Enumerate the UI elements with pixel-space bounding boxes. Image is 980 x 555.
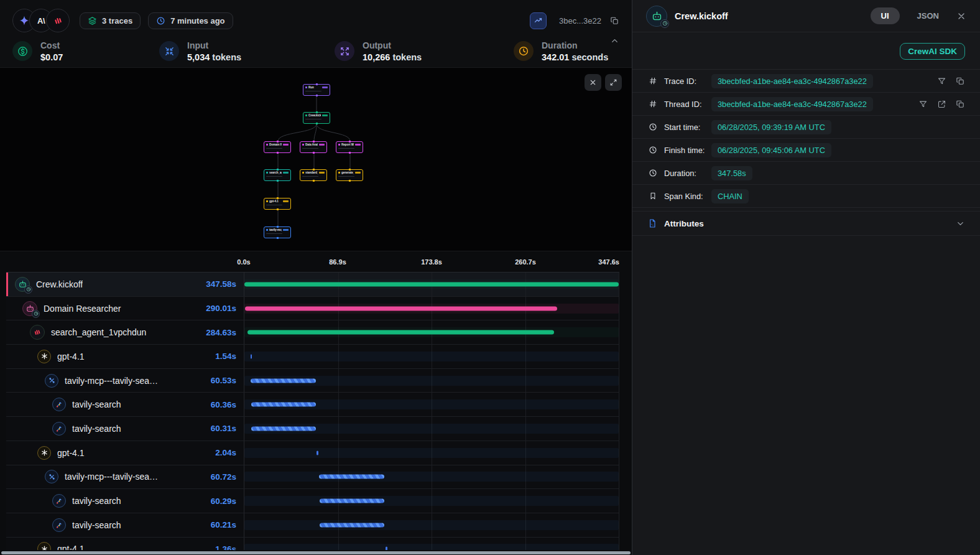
- route-icon: [52, 494, 66, 508]
- copy-icon[interactable]: [956, 77, 965, 86]
- span-row-tavily-search[interactable]: tavily-search60.36s: [6, 393, 619, 417]
- crewai-logo: [46, 9, 70, 32]
- route-icon: [52, 422, 66, 436]
- detail-panel-header: Crew.kickoff UI JSON: [632, 0, 980, 32]
- span-row-search-agent[interactable]: search_agent_1vpchdun284.63s: [6, 320, 619, 345]
- filter-icon[interactable]: [918, 100, 928, 109]
- span-row-gpt41[interactable]: gpt-4.11.36s: [6, 538, 619, 550]
- hash-icon: [647, 77, 658, 85]
- span-duration: 1.36s: [209, 544, 236, 550]
- detail-row-trace-id: Trace ID: 3becbfed-a1be-ae84-ea3c-494286…: [632, 70, 980, 93]
- span-row-gpt41[interactable]: gpt-4.12.04s: [6, 441, 619, 465]
- span-duration: 1.54s: [209, 352, 236, 361]
- last-updated-badge[interactable]: 7 minutes ago: [148, 12, 233, 29]
- tab-ui[interactable]: UI: [871, 7, 900, 24]
- horizontal-scrollbar[interactable]: [0, 550, 632, 555]
- clock-badge-icon: [660, 19, 669, 28]
- clock-icon: [514, 41, 534, 61]
- attributes-section-toggle[interactable]: Attributes: [632, 211, 980, 236]
- detail-row-duration: Duration: 347.58s: [632, 162, 980, 185]
- trace-chart-button[interactable]: [530, 12, 547, 29]
- close-panel-icon[interactable]: [956, 11, 966, 21]
- span-row-tavily-search[interactable]: tavily-search60.29s: [6, 489, 619, 513]
- traces-count-badge[interactable]: 3 traces: [80, 12, 141, 29]
- span-row-tavily-mcp[interactable]: tavily-mcp---tavily-sea…60.72s: [6, 465, 619, 490]
- span-bar: [244, 282, 619, 286]
- span-duration: 290.01s: [200, 304, 236, 313]
- graph-node-search-agent[interactable]: search_agen...: [264, 169, 291, 181]
- axis-tick: 0.0s: [237, 258, 250, 266]
- span-detail-panel: Crew.kickoff UI JSON CrewAI SDK Trace ID…: [632, 0, 980, 555]
- graph-node-tavily-mcp[interactable]: tavily-mcp...: [264, 226, 291, 238]
- span-bar: [251, 354, 252, 358]
- external-link-icon[interactable]: [937, 100, 946, 109]
- stat-duration: Duration342.01 seconds: [514, 40, 619, 62]
- span-waterfall: Crew.kickoff347.58s Domain Researcher290…: [6, 272, 619, 550]
- openai-icon: [37, 542, 51, 550]
- clock-badge-icon: [24, 286, 32, 294]
- stat-value: $0.07: [40, 52, 63, 62]
- sdk-badge-row: CrewAI SDK: [632, 32, 980, 70]
- span-bar: [245, 306, 557, 310]
- scrollbar-thumb[interactable]: [1, 551, 631, 554]
- trace-topbar: A\ 3 traces 7 minutes ago 3bec...3e22: [0, 0, 632, 32]
- trace-graph-panel: Run Crew.kickoff Domain Researcher Data …: [0, 67, 632, 251]
- span-kind-value: CHAIN: [711, 189, 749, 203]
- span-row-domain-researcher[interactable]: Domain Researcher290.01s: [6, 297, 619, 321]
- provider-avatars[interactable]: A\: [12, 9, 70, 32]
- expand-graph-button[interactable]: [605, 74, 622, 91]
- span-row-tavily-search[interactable]: tavily-search60.21s: [6, 513, 619, 538]
- span-duration: 60.31s: [205, 424, 236, 433]
- stat-label: Output: [363, 40, 422, 50]
- span-row-crew-kickoff[interactable]: Crew.kickoff347.58s: [6, 273, 619, 297]
- detail-row-thread-id: Thread ID: 3becbfed-a1be-ae84-ea3c-49428…: [632, 93, 980, 116]
- graph-node-run[interactable]: Run: [303, 84, 330, 96]
- copy-icon[interactable]: [956, 100, 965, 109]
- stat-value: 342.01: [542, 52, 569, 62]
- stat-label: Input: [187, 40, 241, 50]
- sdk-badge: CrewAI SDK: [900, 43, 965, 60]
- span-bar: [251, 426, 316, 431]
- detail-row-finish-time: Finish time: 06/28/2025, 09:45:06 AM UTC: [632, 139, 980, 162]
- span-bar: [317, 450, 319, 455]
- openai-icon: [37, 350, 51, 363]
- thread-id-value[interactable]: 3becbfed-a1be-ae84-ea3c-4942867a3e22: [711, 97, 873, 111]
- span-row-gpt41[interactable]: gpt-4.11.54s: [6, 345, 619, 369]
- trace-id-value[interactable]: 3becbfed-a1be-ae84-ea3c-4942867a3e22: [711, 74, 873, 88]
- start-time-value: 06/28/2025, 09:39:19 AM UTC: [711, 120, 831, 134]
- graph-node-crew-kickoff[interactable]: Crew.kickoff: [303, 112, 330, 124]
- clock-icon: [647, 123, 658, 131]
- tab-json[interactable]: JSON: [917, 11, 939, 21]
- clock-icon: [156, 16, 165, 26]
- span-duration: 60.21s: [205, 520, 236, 529]
- graph-node-report-writer[interactable]: Report Writer: [336, 141, 363, 153]
- clock-icon: [647, 146, 658, 154]
- field-label: Trace ID:: [664, 77, 711, 86]
- graph-node-data-analyst[interactable]: Data Analyst: [300, 141, 327, 153]
- graph-node-generate-task[interactable]: generate_...: [336, 169, 363, 181]
- copy-trace-id-icon[interactable]: [610, 16, 619, 26]
- openai-icon: [37, 446, 51, 460]
- filter-icon[interactable]: [937, 77, 946, 86]
- chevron-down-icon[interactable]: [956, 219, 965, 228]
- crew-icon: [646, 6, 667, 27]
- span-row-tavily-mcp[interactable]: tavily-mcp---tavily-sea…60.53s: [6, 369, 619, 393]
- clock-badge-icon: [32, 310, 40, 318]
- detail-row-span-kind: Span Kind: CHAIN: [632, 185, 980, 208]
- close-graph-button[interactable]: [585, 74, 601, 91]
- duration-value: 347.58s: [711, 166, 752, 180]
- span-duration: 60.53s: [205, 376, 236, 385]
- trace-id-short: 3bec...3e22: [559, 16, 601, 26]
- graph-node-domain-researcher[interactable]: Domain Researcher: [264, 141, 291, 153]
- dollar-icon: [12, 41, 32, 61]
- span-name: search_agent_1vpchdun: [51, 327, 146, 337]
- timeline-axis: 0.0s 86.9s 173.8s 260.7s 347.6s: [6, 251, 619, 272]
- span-name: gpt-4.1: [57, 544, 85, 550]
- detail-row-start-time: Start time: 06/28/2025, 09:39:19 AM UTC: [632, 116, 980, 139]
- graph-node-standard-task[interactable]: standard_...: [300, 169, 327, 181]
- collapse-stats-chevron-icon[interactable]: [610, 36, 619, 48]
- graph-node-gpt-41[interactable]: gpt-4.1: [264, 198, 291, 210]
- span-bar: [251, 403, 317, 407]
- stat-input: Input5,034 tokens: [159, 40, 335, 62]
- span-row-tavily-search[interactable]: tavily-search60.31s: [6, 417, 619, 441]
